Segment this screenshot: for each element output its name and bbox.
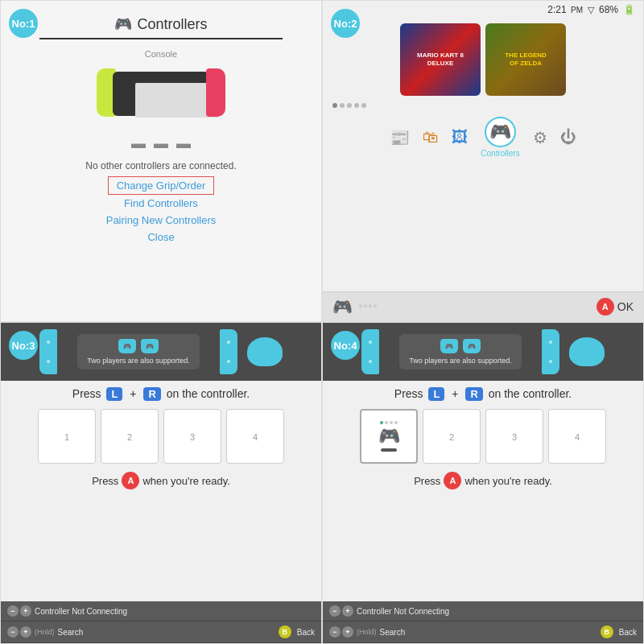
badge-q1: No:1 <box>9 9 38 38</box>
led-3 <box>369 304 372 308</box>
minus-plus-q3[interactable]: − + <box>7 605 31 617</box>
search-label-q4: Search <box>380 628 406 637</box>
not-connecting-label-q3: Controller Not Connecting <box>35 607 127 616</box>
controller-icon-title: 🎮 <box>114 15 132 33</box>
hold-label-q4: (Hold) <box>357 628 377 636</box>
slot-1-q3: 1 <box>38 409 96 464</box>
r-badge: R <box>143 387 160 401</box>
wifi-icon: ▽ <box>588 5 594 15</box>
banner-center: 🎮 🎮 Two players are also supported. <box>77 334 200 369</box>
change-grip-order-link[interactable]: Change Grip/Order <box>108 176 215 195</box>
ok-button[interactable]: A OK <box>597 298 634 316</box>
banner-text-q4: Two players are also supported. <box>409 357 512 365</box>
status-bar: 2:21 PM ▽ 68% 🔋 <box>323 1 643 19</box>
bottom-bar-q4: − + Controller Not Connecting − + (Hold)… <box>323 601 643 643</box>
dot-2 <box>340 103 345 108</box>
minus-btn[interactable]: − <box>7 605 19 617</box>
news-icon-btn[interactable]: 📰 <box>390 128 410 147</box>
minus-btn-hold-q4[interactable]: − <box>329 626 341 638</box>
zelda-card[interactable]: THE LEGENDOF ZELDA <box>485 23 566 96</box>
slot-3-q4: 3 <box>485 409 543 464</box>
a-button-icon: A <box>597 298 614 316</box>
pairing-banner-q4: 🎮 🎮 Two players are also supported. <box>323 323 643 381</box>
bottom-row-2-q3: − + (Hold) Search B Back <box>1 621 321 643</box>
back-label-q4: Back <box>619 628 637 637</box>
find-controllers-link[interactable]: Find Controllers <box>124 195 198 212</box>
l-badge-q4: L <box>428 387 444 401</box>
press-a-text-q3: Press A when you're ready. <box>1 469 321 493</box>
not-connecting-label-q4: Controller Not Connecting <box>357 607 449 616</box>
bottom-row-1-q4: − + Controller Not Connecting <box>323 601 643 621</box>
slot-leds-q4 <box>380 421 398 424</box>
battery-bar-icon: 🔋 <box>623 4 635 15</box>
plus-btn-q4[interactable]: + <box>342 605 353 617</box>
slot-2-q4: 2 <box>423 409 481 464</box>
battery-display: 68% <box>599 4 618 15</box>
mario-kart-card[interactable]: MARIO KART 8DELUXE <box>400 23 481 96</box>
power-icon-btn[interactable]: ⏻ <box>560 128 576 147</box>
arrow-left-q4 <box>384 339 395 365</box>
q1-title: 🎮 Controllers <box>39 15 283 39</box>
dot-3 <box>347 103 352 108</box>
a-button-q3: A <box>122 472 139 489</box>
right-joycon-banner-q4 <box>542 329 559 374</box>
battery-icon-2: ▬ <box>154 135 168 152</box>
eshop-icon-btn[interactable]: 🛍 <box>423 128 439 147</box>
plus-btn[interactable]: + <box>20 605 31 617</box>
slot-4-q4: 4 <box>548 409 606 464</box>
close-link[interactable]: Close <box>147 229 174 246</box>
album-icon-btn[interactable]: 🖼 <box>452 128 468 147</box>
led-off-2 <box>385 421 388 424</box>
slot-leds <box>359 304 377 308</box>
led-off-3 <box>390 421 393 424</box>
plus-btn-hold-q4[interactable]: + <box>342 626 353 638</box>
arrow-right <box>204 339 215 365</box>
arrow-left <box>62 339 73 365</box>
minus-btn-q4[interactable]: − <box>329 605 341 617</box>
switch-body <box>113 72 209 116</box>
joycon-right <box>206 68 225 117</box>
banner-center-icons-q4: 🎮 🎮 <box>440 339 481 353</box>
slot-4-q3: 4 <box>226 409 284 464</box>
controller-slots-q4: 🎮 2 3 4 <box>323 404 643 469</box>
time-display: 2:21 PM <box>547 4 583 15</box>
slot-2-q3: 2 <box>101 409 159 464</box>
minus-plus-hold-q3[interactable]: − + <box>7 626 31 638</box>
minus-btn-hold[interactable]: − <box>7 626 19 638</box>
quadrant-2: No:2 2:21 PM ▽ 68% 🔋 MARIO KART 8DELUXE … <box>322 0 644 322</box>
controller-slot-bar <box>381 448 397 452</box>
controllers-icon-btn[interactable]: 🎮 Controllers <box>481 117 519 158</box>
led-1 <box>359 304 362 308</box>
dot-indicator <box>323 101 643 110</box>
slot-1-q4: 🎮 <box>360 409 418 464</box>
pairing-banner-q3: 🎮 🎮 Two players are also supported. <box>1 323 321 381</box>
left-joycon-banner <box>39 329 57 374</box>
r-badge-q4: R <box>465 387 482 401</box>
bottom-controller-icon: 🎮 <box>332 297 353 316</box>
b-button-q4[interactable]: B <box>601 625 613 638</box>
minus-plus-hold-q4[interactable]: − + <box>329 626 353 638</box>
bottom-bar-q3: − + Controller Not Connecting − + (Hold)… <box>1 601 321 643</box>
battery-icon-1: ▬ <box>131 135 146 152</box>
arrow-right-q4 <box>526 339 537 365</box>
a-button-q4: A <box>444 472 461 489</box>
dot-1 <box>332 103 337 108</box>
bottom-row-1-q3: − + Controller Not Connecting <box>1 601 321 621</box>
led-4 <box>374 304 377 308</box>
minus-plus-q4[interactable]: − + <box>329 605 353 617</box>
b-button-q3[interactable]: B <box>279 625 291 638</box>
settings-icon-btn[interactable]: ⚙ <box>533 128 547 147</box>
led-green-1 <box>380 421 383 424</box>
press-a-text-q4: Press A when you're ready. <box>323 469 643 493</box>
led-off-4 <box>394 421 398 424</box>
no-controllers-text: No other controllers are connected. <box>85 160 236 171</box>
badge-q2: No:2 <box>331 9 360 38</box>
pairing-new-controllers-link[interactable]: Pairing New Controllers <box>106 212 217 229</box>
q1-subtitle: Console <box>145 49 177 59</box>
slot-3-q3: 3 <box>163 409 221 464</box>
banner-center-q4: 🎮 🎮 Two players are also supported. <box>399 334 522 369</box>
press-lr-text-q4: Press L + R on the controller. <box>323 381 643 404</box>
controller-icons-row: ▬ ▬ ▬ <box>131 135 191 152</box>
back-label-q3: Back <box>297 628 315 637</box>
plus-btn-hold[interactable]: + <box>20 626 31 638</box>
